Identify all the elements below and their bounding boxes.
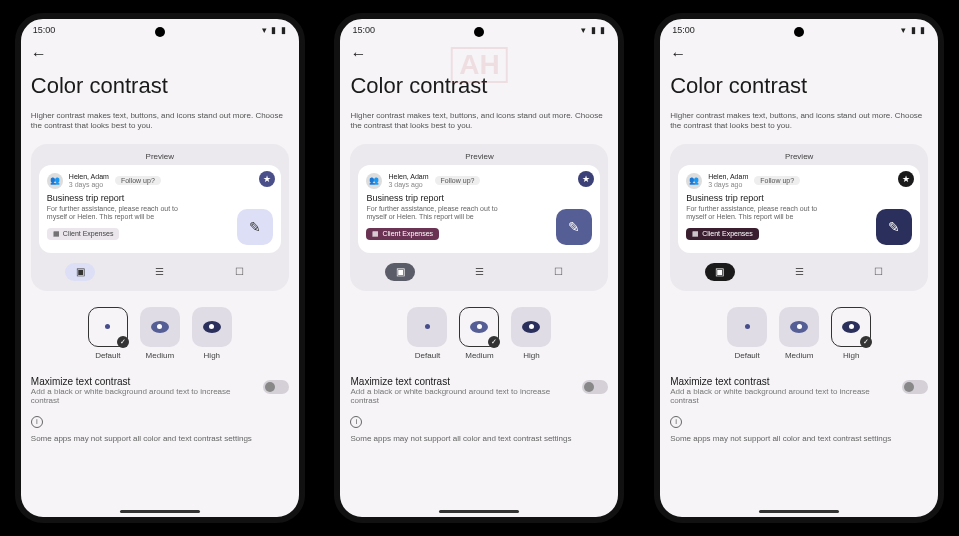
option-medium[interactable]: ✓ Medium [459, 307, 499, 360]
followup-chip: Follow up? [435, 176, 481, 185]
option-high[interactable]: ✓ High [831, 307, 871, 360]
maximize-row: Maximize text contrast Add a black or wh… [670, 376, 928, 406]
status-icons: ▾ ▮ ▮ [262, 25, 287, 35]
tab-chat-icon[interactable]: ☐ [544, 263, 574, 281]
info-icon[interactable]: i [350, 416, 362, 428]
tag-icon: ▦ [372, 230, 379, 238]
option-medium[interactable]: Medium [140, 307, 180, 360]
tab-list-icon[interactable]: ☰ [464, 263, 494, 281]
check-icon: ✓ [860, 336, 872, 348]
option-label-medium: Medium [140, 351, 180, 360]
maximize-toggle[interactable] [902, 380, 928, 394]
phone-high: 15:00 ▾ ▮ ▮ ← Color contrast Higher cont… [654, 13, 944, 523]
avatar-icon: 👥 [366, 173, 382, 189]
preview-tabs: ▣ ☰ ☐ [39, 261, 281, 283]
maximize-toggle[interactable] [263, 380, 289, 394]
camera-notch [794, 27, 804, 37]
tab-chat-icon[interactable]: ☐ [863, 263, 893, 281]
page-description: Higher contrast makes text, buttons, and… [31, 111, 289, 132]
option-label-high: High [831, 351, 871, 360]
maximize-row: Maximize text contrast Add a black or wh… [350, 376, 608, 406]
footnote: Some apps may not support all color and … [670, 434, 928, 443]
status-time: 15:00 [352, 25, 375, 35]
option-default[interactable]: Default [727, 307, 767, 360]
edit-fab[interactable]: ✎ [556, 209, 592, 245]
info-icon[interactable]: i [670, 416, 682, 428]
preview-time: 3 days ago [69, 181, 109, 189]
preview-tabs: ▣ ☰ ☐ [678, 261, 920, 283]
followup-chip: Follow up? [754, 176, 800, 185]
preview-card: Preview 👥 Helen, Adam 3 days ago Follow … [31, 144, 289, 291]
tag-label: Client Expenses [382, 230, 433, 237]
option-label-high: High [192, 351, 232, 360]
tab-card-icon[interactable]: ▣ [385, 263, 415, 281]
eye-icon [470, 321, 488, 333]
option-high[interactable]: High [511, 307, 551, 360]
preview-body-title: Business trip report [366, 193, 592, 203]
preview-body-text: For further assistance, please reach out… [686, 205, 826, 222]
preview-body-text: For further assistance, please reach out… [47, 205, 187, 222]
tag-icon: ▦ [53, 230, 60, 238]
eye-icon [99, 321, 117, 333]
preview-label: Preview [678, 152, 920, 161]
tab-list-icon[interactable]: ☰ [784, 263, 814, 281]
preview-body-title: Business trip report [47, 193, 273, 203]
option-default[interactable]: ✓ Default [88, 307, 128, 360]
camera-notch [155, 27, 165, 37]
status-icons: ▾ ▮ ▮ [581, 25, 606, 35]
option-default[interactable]: Default [407, 307, 447, 360]
edit-fab[interactable]: ✎ [237, 209, 273, 245]
status-time: 15:00 [672, 25, 695, 35]
contrast-options: Default Medium ✓ High [670, 307, 928, 360]
expense-tag: ▦ Client Expenses [47, 228, 120, 240]
tag-label: Client Expenses [63, 230, 114, 237]
maximize-desc: Add a black or white background around t… [31, 387, 255, 406]
preview-label: Preview [358, 152, 600, 161]
back-icon[interactable]: ← [670, 41, 690, 73]
option-label-default: Default [727, 351, 767, 360]
page-title: Color contrast [670, 73, 928, 99]
back-icon[interactable]: ← [350, 41, 370, 73]
expense-tag: ▦ Client Expenses [366, 228, 439, 240]
nav-bar[interactable] [439, 510, 519, 513]
maximize-title: Maximize text contrast [670, 376, 894, 387]
maximize-toggle[interactable] [582, 380, 608, 394]
eye-icon [790, 321, 808, 333]
phone-medium: AH 15:00 ▾ ▮ ▮ ← Color contrast Higher c… [334, 13, 624, 523]
tag-icon: ▦ [692, 230, 699, 238]
contrast-options: Default ✓ Medium High [350, 307, 608, 360]
eye-icon [522, 321, 540, 333]
option-label-default: Default [407, 351, 447, 360]
nav-bar[interactable] [759, 510, 839, 513]
camera-notch [474, 27, 484, 37]
preview-card: Preview 👥 Helen, Adam 3 days ago Follow … [670, 144, 928, 291]
check-icon: ✓ [488, 336, 500, 348]
footnote: Some apps may not support all color and … [350, 434, 608, 443]
nav-bar[interactable] [120, 510, 200, 513]
page-description: Higher contrast makes text, buttons, and… [670, 111, 928, 132]
star-button[interactable]: ★ [259, 171, 275, 187]
eye-icon [738, 321, 756, 333]
preview-names: Helen, Adam [708, 173, 748, 181]
footnote: Some apps may not support all color and … [31, 434, 289, 443]
preview-names: Helen, Adam [69, 173, 109, 181]
status-time: 15:00 [33, 25, 56, 35]
tab-card-icon[interactable]: ▣ [705, 263, 735, 281]
star-button[interactable]: ★ [898, 171, 914, 187]
tab-chat-icon[interactable]: ☐ [224, 263, 254, 281]
info-icon[interactable]: i [31, 416, 43, 428]
tab-card-icon[interactable]: ▣ [65, 263, 95, 281]
preview-body-title: Business trip report [686, 193, 912, 203]
back-icon[interactable]: ← [31, 41, 51, 73]
option-medium[interactable]: Medium [779, 307, 819, 360]
avatar-icon: 👥 [47, 173, 63, 189]
maximize-desc: Add a black or white background around t… [350, 387, 574, 406]
contrast-options: ✓ Default Medium High [31, 307, 289, 360]
option-high[interactable]: High [192, 307, 232, 360]
tab-list-icon[interactable]: ☰ [145, 263, 175, 281]
page-description: Higher contrast makes text, buttons, and… [350, 111, 608, 132]
phone-default: 15:00 ▾ ▮ ▮ ← Color contrast Higher cont… [15, 13, 305, 523]
eye-icon [203, 321, 221, 333]
page-title: Color contrast [350, 73, 608, 99]
edit-fab[interactable]: ✎ [876, 209, 912, 245]
